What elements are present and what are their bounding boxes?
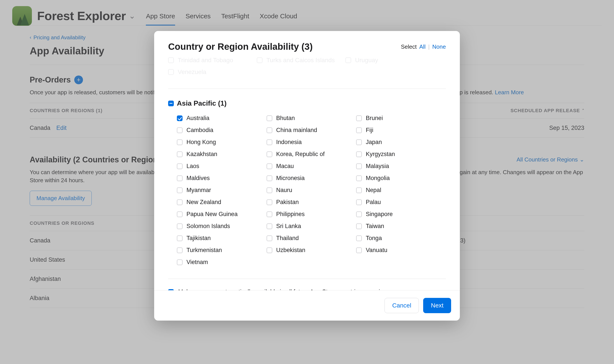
checkbox[interactable] (356, 247, 362, 253)
checkbox[interactable] (267, 128, 272, 133)
checkbox[interactable] (267, 235, 272, 241)
country-option-vietnam[interactable]: Vietnam (177, 259, 267, 266)
country-option-vanuatu[interactable]: Vanuatu (356, 247, 446, 254)
region-checkbox-asia-pacific[interactable] (168, 101, 174, 106)
country-option-malaysia[interactable]: Malaysia (356, 163, 446, 169)
select-none-link[interactable]: None (432, 43, 446, 50)
checkbox[interactable] (267, 151, 272, 157)
checkbox[interactable] (177, 128, 183, 133)
country-label: Kazakhstan (187, 151, 217, 157)
checkbox[interactable] (177, 235, 183, 241)
cancel-button[interactable]: Cancel (385, 298, 419, 313)
modal-overlay: Country or Region Availability (3) Selec… (0, 0, 614, 364)
country-option-kyrgyzstan[interactable]: Kyrgyzstan (356, 151, 446, 157)
country-option-pakistan[interactable]: Pakistan (267, 199, 356, 206)
country-option-palau[interactable]: Palau (356, 199, 446, 206)
checkbox[interactable] (177, 163, 183, 169)
country-option-singapore[interactable]: Singapore (356, 211, 446, 218)
checkbox[interactable] (356, 223, 362, 229)
checkbox[interactable] (267, 116, 272, 121)
country-option-brunei[interactable]: Brunei (356, 115, 446, 122)
checkbox[interactable] (177, 175, 183, 181)
checkbox[interactable] (177, 140, 183, 145)
checkbox[interactable] (267, 247, 272, 253)
checkbox[interactable] (267, 163, 272, 169)
country-option-micronesia[interactable]: Micronesia (267, 175, 356, 182)
checkbox[interactable] (267, 140, 272, 145)
checkbox[interactable] (356, 187, 362, 193)
country-option-japan[interactable]: Japan (356, 139, 446, 145)
country-label: Vanuatu (366, 247, 387, 254)
select-all-link[interactable]: All (419, 43, 426, 50)
checkbox[interactable] (356, 199, 362, 205)
auto-future-checkbox[interactable] (168, 289, 174, 290)
next-button[interactable]: Next (423, 298, 451, 313)
country-option-macau[interactable]: Macau (267, 163, 356, 169)
country-option-korea-republic-of[interactable]: Korea, Republic of (267, 151, 356, 157)
country-label: Pakistan (276, 199, 299, 206)
country-label: Macau (276, 163, 294, 169)
country-label: Maldives (187, 175, 210, 182)
country-option-nauru[interactable]: Nauru (267, 187, 356, 194)
country-option-sri-lanka[interactable]: Sri Lanka (267, 223, 356, 230)
country-option-hong-kong[interactable]: Hong Kong (177, 139, 267, 145)
country-option-tonga[interactable]: Tonga (356, 235, 446, 242)
country-option-uzbekistan[interactable]: Uzbekistan (267, 247, 356, 254)
checkbox[interactable] (177, 223, 183, 229)
checkbox[interactable] (356, 235, 362, 241)
country-option-kazakhstan[interactable]: Kazakhstan (177, 151, 267, 157)
country-option-nepal[interactable]: Nepal (356, 187, 446, 194)
country-option-turkmenistan[interactable]: Turkmenistan (177, 247, 267, 254)
checkbox[interactable] (356, 163, 362, 169)
country-option-philippines[interactable]: Philippines (267, 211, 356, 218)
country-label: Mongolia (366, 175, 390, 182)
country-label: Sri Lanka (276, 223, 301, 230)
country-label: Palau (366, 199, 381, 206)
country-label: Cambodia (187, 127, 213, 133)
checkbox[interactable] (177, 116, 183, 121)
country-label: Thailand (276, 235, 299, 242)
country-label: Indonesia (276, 139, 302, 145)
country-option-papua-new-guinea[interactable]: Papua New Guinea (177, 211, 267, 218)
country-option-myanmar[interactable]: Myanmar (177, 187, 267, 194)
checkbox[interactable] (356, 140, 362, 145)
checkbox[interactable] (356, 116, 362, 121)
country-option-new-zealand[interactable]: New Zealand (177, 199, 267, 206)
country-option-solomon-islands[interactable]: Solomon Islands (177, 223, 267, 230)
checkbox[interactable] (267, 187, 272, 193)
checkbox[interactable] (356, 128, 362, 133)
country-option-laos[interactable]: Laos (177, 163, 267, 169)
checkbox[interactable] (177, 151, 183, 157)
country-label: Uzbekistan (276, 247, 306, 254)
country-label: Kyrgyzstan (366, 151, 395, 157)
checkbox[interactable] (267, 199, 272, 205)
checkbox[interactable] (267, 211, 272, 217)
country-option-cambodia[interactable]: Cambodia (177, 127, 267, 133)
country-option-fiji[interactable]: Fiji (356, 127, 446, 133)
country-label: China mainland (276, 127, 317, 133)
country-option-australia[interactable]: Australia (177, 115, 267, 122)
country-option-bhutan[interactable]: Bhutan (267, 115, 356, 122)
checkbox[interactable] (356, 151, 362, 157)
checkbox[interactable] (177, 260, 183, 265)
checkbox[interactable] (267, 223, 272, 229)
checkbox[interactable] (177, 247, 183, 253)
checkbox[interactable] (356, 175, 362, 181)
region-title-asia-pacific: Asia Pacific (1) (177, 99, 227, 107)
checkbox[interactable] (356, 211, 362, 217)
checkbox[interactable] (177, 211, 183, 217)
checkbox[interactable] (177, 199, 183, 205)
country-option-taiwan[interactable]: Taiwan (356, 223, 446, 230)
country-label: Taiwan (366, 223, 384, 230)
country-label: Malaysia (366, 163, 389, 169)
modal-scroll-area[interactable]: Trinidad and Tobago Turks and Caicos Isl… (154, 54, 460, 290)
country-option-tajikistan[interactable]: Tajikistan (177, 235, 267, 242)
country-option-thailand[interactable]: Thailand (267, 235, 356, 242)
country-label: Solomon Islands (187, 223, 230, 230)
country-option-mongolia[interactable]: Mongolia (356, 175, 446, 182)
checkbox[interactable] (267, 175, 272, 181)
country-option-indonesia[interactable]: Indonesia (267, 139, 356, 145)
country-option-maldives[interactable]: Maldives (177, 175, 267, 182)
checkbox[interactable] (177, 187, 183, 193)
country-option-china-mainland[interactable]: China mainland (267, 127, 356, 133)
